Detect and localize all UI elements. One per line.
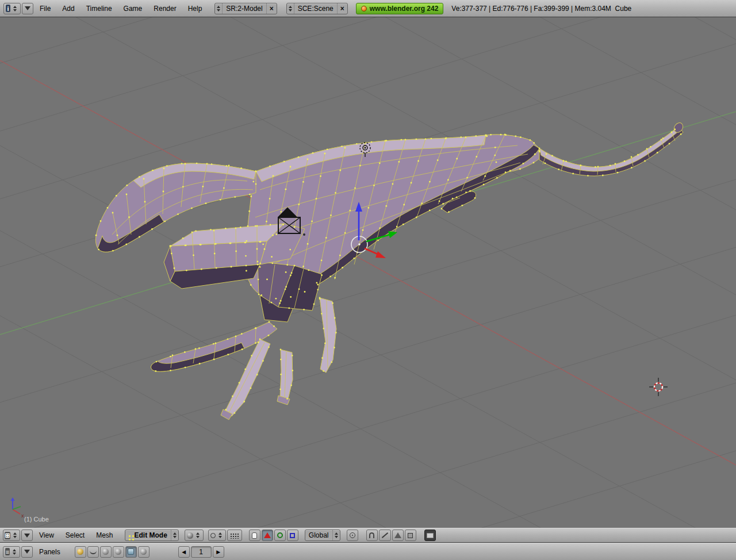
frame-prev-button[interactable]: ◀ (178, 546, 190, 558)
buttons-editor-type-button[interactable]: ≡ (3, 546, 20, 558)
menu-file[interactable]: File (34, 5, 56, 13)
frame-next-icon: ▶ (216, 549, 220, 555)
version-label: www.blender.org 242 (370, 5, 439, 13)
object-icon (115, 549, 121, 555)
gizmo-center-dot (358, 243, 361, 246)
mini-axis-indicator: x (11, 497, 25, 519)
frame-prev-icon: ◀ (182, 549, 186, 555)
scene-stepper-icon[interactable] (287, 3, 294, 14)
chevron-down-icon (25, 6, 30, 10)
magnet-icon (369, 532, 374, 538)
scene-selector[interactable]: SCE:Scene × (286, 3, 348, 14)
editor-type-stepper-icon (12, 3, 18, 14)
view3d-collapse-button[interactable] (21, 530, 33, 541)
info-editor-icon: i (6, 5, 10, 12)
occlude-geometry-button[interactable] (405, 530, 416, 541)
layers-widget-button[interactable] (227, 530, 242, 541)
draw-type-button[interactable] (185, 530, 204, 541)
context-object-button[interactable] (113, 546, 124, 558)
rotate-icon (277, 532, 283, 538)
buttons-header-bar: ≡ Panels ◀ 1 ▶ (0, 543, 736, 560)
edge-select-icon (381, 532, 388, 538)
translate-icon (264, 532, 271, 538)
context-editing-button[interactable] (125, 546, 137, 558)
screen-selector-value[interactable]: SR:2-Model (223, 5, 266, 13)
view3d-header-bar: ⊞ View Select Mesh Edit Mode Global (0, 528, 736, 543)
viewport-3d[interactable]: x (1) Cube (0, 17, 736, 528)
axis-x-line (0, 60, 736, 465)
header-collapse-button[interactable] (22, 3, 33, 14)
scene-selector-value[interactable]: SCE:Scene (294, 5, 337, 13)
manipulator-scale-button[interactable] (287, 530, 298, 541)
mode-selector[interactable]: Edit Mode (125, 530, 179, 541)
screen-close-button[interactable]: × (266, 3, 277, 14)
menu-view[interactable]: View (33, 531, 60, 539)
manipulator-hand-button[interactable] (249, 530, 260, 541)
shading-icon (102, 549, 109, 555)
orientation-stepper-icon[interactable] (332, 530, 340, 540)
frame-number-value: 1 (199, 548, 203, 556)
blender-window: { "top_header": { "menus": ["File", "Add… (0, 0, 736, 560)
object-info-text: (1) Cube (24, 516, 49, 523)
context-logic-button[interactable] (75, 546, 86, 558)
editor-type-button[interactable]: i (3, 3, 21, 14)
render-preview-icon (427, 533, 434, 538)
proportional-edit-icon (350, 532, 355, 538)
select-mode-edge-button[interactable] (379, 530, 391, 541)
buttons-editor-stepper-icon (11, 547, 18, 557)
buttons-collapse-button[interactable] (21, 546, 33, 558)
gizmo-x-arrow[interactable] (365, 248, 379, 255)
logic-icon (77, 549, 83, 555)
viewport-grid (0, 17, 736, 528)
render-preview-button[interactable] (424, 530, 436, 541)
pivot-icon (210, 533, 216, 538)
context-scene-button[interactable] (138, 546, 150, 558)
screen-selector[interactable]: SR:2-Model × (214, 3, 277, 14)
scene-icon (140, 549, 147, 555)
manipulator-translate-button[interactable] (262, 530, 273, 541)
screen-stepper-icon[interactable] (215, 3, 223, 14)
menu-panels[interactable]: Panels (33, 548, 66, 556)
mode-stepper-icon[interactable] (171, 530, 178, 540)
blender-version-button[interactable]: www.blender.org 242 (356, 3, 444, 14)
scene-stats: Ve:377-377 | Ed:776-776 | Fa:399-399 | M… (451, 5, 631, 13)
orientation-selector[interactable]: Global (305, 530, 340, 541)
mode-selector-value[interactable]: Edit Mode (131, 531, 171, 539)
hand-icon (252, 532, 257, 539)
menu-timeline[interactable]: Timeline (80, 5, 118, 13)
chevron-down-icon (24, 534, 30, 538)
context-shading-button[interactable] (100, 546, 112, 558)
menu-select[interactable]: Select (60, 531, 90, 539)
scale-icon (290, 533, 295, 538)
proportional-edit-button[interactable] (347, 530, 358, 541)
info-header-bar: i File Add Timeline Game Render Help SR:… (0, 0, 736, 17)
select-mode-face-button[interactable] (392, 530, 404, 541)
blender-logo-icon (361, 6, 367, 11)
script-icon (90, 550, 97, 554)
orientation-selector-value[interactable]: Global (305, 531, 332, 539)
menu-help[interactable]: Help (182, 5, 208, 13)
frame-number-field[interactable]: 1 (191, 546, 212, 558)
buttons-editor-icon: ≡ (5, 548, 10, 555)
menu-add[interactable]: Add (56, 5, 80, 13)
view3d-editor-stepper-icon (12, 530, 18, 540)
cursor-3d[interactable] (649, 378, 668, 396)
context-script-button[interactable] (87, 546, 99, 558)
view3d-editor-icon: ⊞ (5, 532, 10, 539)
draw-type-icon (187, 532, 193, 539)
chevron-down-icon (24, 550, 30, 554)
scene-close-button[interactable]: × (337, 3, 347, 14)
mesh-object[interactable] (95, 121, 685, 420)
editing-icon (128, 549, 134, 555)
view3d-editor-type-button[interactable]: ⊞ (3, 530, 20, 541)
snap-button[interactable] (366, 530, 378, 541)
occlude-icon (408, 533, 413, 538)
rotation-pivot-button[interactable] (208, 530, 226, 541)
menu-render[interactable]: Render (148, 5, 182, 13)
layer-dots-icon (229, 532, 240, 539)
menu-game[interactable]: Game (118, 5, 148, 13)
menu-mesh[interactable]: Mesh (90, 531, 118, 539)
manipulator-rotate-button[interactable] (274, 530, 286, 541)
frame-next-button[interactable]: ▶ (213, 546, 224, 558)
viewport-canvas: x (1) Cube (0, 17, 736, 528)
